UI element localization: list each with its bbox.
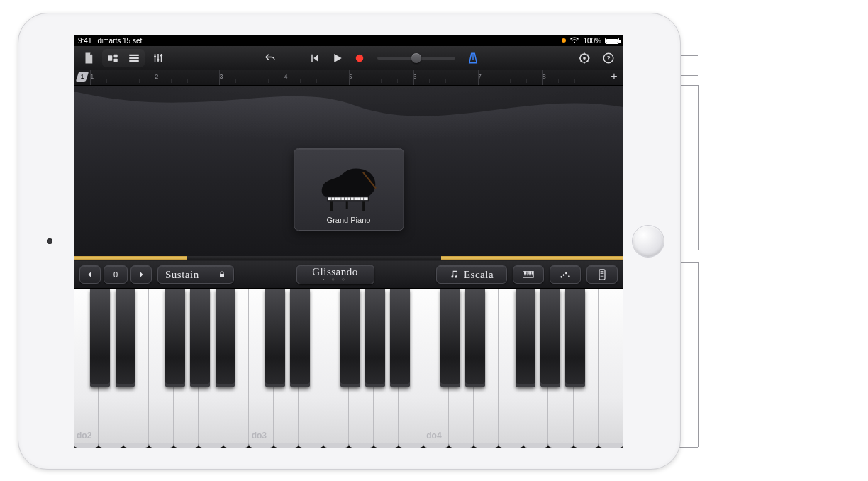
black-key[interactable] [390, 289, 410, 387]
svg-rect-33 [528, 271, 529, 274]
instrument-area: Grand Piano [74, 86, 623, 256]
piano-keyboard[interactable]: do2do3do4 [74, 289, 623, 448]
svg-rect-31 [524, 271, 525, 274]
add-section-button[interactable]: + [608, 72, 620, 83]
black-key[interactable] [516, 289, 535, 387]
svg-rect-3 [129, 54, 139, 55]
svg-point-9 [355, 54, 363, 62]
black-key[interactable] [190, 289, 210, 387]
svg-rect-0 [108, 55, 112, 61]
status-time: 9:41 [78, 37, 91, 45]
svg-rect-1 [114, 54, 118, 57]
svg-point-7 [157, 58, 160, 60]
section-marker[interactable]: 1 [76, 72, 89, 82]
scale-button[interactable]: Escala [436, 265, 507, 284]
octave-group: 0 [79, 265, 152, 284]
white-key[interactable] [599, 289, 623, 448]
svg-rect-44 [601, 276, 604, 277]
control-bar: ? [74, 46, 623, 70]
black-key[interactable] [365, 289, 385, 387]
timeline-ruler[interactable]: 1 + 12345678 [74, 70, 623, 86]
view-toggle [102, 49, 145, 67]
black-key[interactable] [540, 289, 560, 387]
svg-rect-34 [530, 271, 531, 274]
black-key[interactable] [165, 289, 185, 387]
metronome-button[interactable] [462, 49, 484, 67]
help-button[interactable]: ? [598, 49, 619, 67]
octave-up-button[interactable] [130, 265, 152, 284]
black-key[interactable] [216, 289, 235, 387]
svg-point-36 [560, 276, 562, 278]
home-button[interactable] [632, 225, 664, 258]
svg-rect-5 [129, 60, 139, 62]
battery-percent: 100% [583, 37, 601, 45]
svg-point-6 [154, 55, 156, 57]
keyboard-hinge [74, 256, 623, 260]
keyboard-layout-button[interactable] [513, 265, 544, 284]
black-key[interactable] [265, 289, 285, 387]
black-key[interactable] [290, 289, 310, 387]
svg-rect-28 [362, 201, 365, 211]
octave-value: 0 [104, 265, 128, 284]
arpeggiator-button[interactable] [550, 265, 581, 284]
recording-indicator-icon [562, 38, 566, 43]
black-key[interactable] [90, 289, 110, 387]
play-button[interactable] [326, 49, 347, 67]
annotation-line [698, 165, 699, 250]
octave-down-button[interactable] [79, 265, 101, 284]
svg-rect-42 [601, 273, 604, 274]
screen: 9:41 dimarts 15 set 100% [74, 35, 623, 448]
glissando-button[interactable]: Glissando • ○ ○ [296, 265, 374, 284]
svg-point-38 [565, 272, 567, 275]
ipad-device-frame: 9:41 dimarts 15 set 100% [18, 13, 681, 470]
my-songs-button[interactable] [78, 49, 99, 67]
key-label: do4 [426, 431, 441, 441]
svg-rect-27 [330, 201, 333, 211]
master-volume-slider[interactable] [377, 57, 455, 60]
notes-icon [450, 270, 460, 280]
keyboard-controls: 0 Sustain Glissando • ○ ○ Escala [74, 260, 623, 289]
keyboard-toggle-button[interactable] [586, 265, 618, 284]
svg-point-37 [563, 274, 565, 276]
wifi-icon [569, 37, 579, 44]
annotation-line [698, 85, 699, 165]
svg-rect-43 [601, 275, 604, 275]
browser-button[interactable] [102, 49, 123, 67]
status-date: dimarts 15 set [97, 37, 142, 45]
svg-rect-4 [129, 57, 139, 58]
settings-button[interactable] [574, 49, 595, 67]
instrument-selector[interactable]: Grand Piano [294, 148, 404, 231]
svg-rect-2 [114, 58, 118, 62]
svg-point-11 [583, 57, 586, 60]
annotation-line [698, 262, 699, 447]
svg-rect-35 [532, 271, 533, 274]
black-key[interactable] [440, 289, 460, 387]
black-key[interactable] [565, 289, 585, 387]
svg-rect-41 [601, 271, 604, 272]
keyboard-icon [596, 269, 608, 280]
front-camera [47, 238, 52, 244]
go-to-beginning-button[interactable] [304, 49, 325, 67]
battery-icon [605, 38, 619, 44]
keyboard-layout-icon [523, 269, 534, 280]
arpeggiator-icon [560, 269, 571, 280]
record-button[interactable] [349, 49, 370, 67]
lock-icon [218, 270, 226, 279]
svg-text:?: ? [606, 55, 611, 62]
undo-button[interactable] [260, 49, 281, 67]
svg-point-8 [160, 54, 162, 56]
key-label: do3 [252, 431, 267, 441]
black-key[interactable] [116, 289, 135, 387]
sustain-button[interactable]: Sustain [157, 265, 234, 284]
slider-knob-icon[interactable] [411, 53, 421, 63]
black-key[interactable] [340, 289, 360, 387]
key-label: do2 [77, 431, 91, 441]
track-controls-button[interactable] [148, 49, 169, 67]
tracks-view-button[interactable] [123, 49, 145, 67]
grand-piano-icon [316, 167, 382, 216]
svg-rect-15 [328, 197, 368, 200]
svg-rect-32 [525, 271, 526, 274]
instrument-name: Grand Piano [327, 216, 371, 224]
svg-rect-29 [346, 201, 348, 209]
black-key[interactable] [465, 289, 485, 387]
